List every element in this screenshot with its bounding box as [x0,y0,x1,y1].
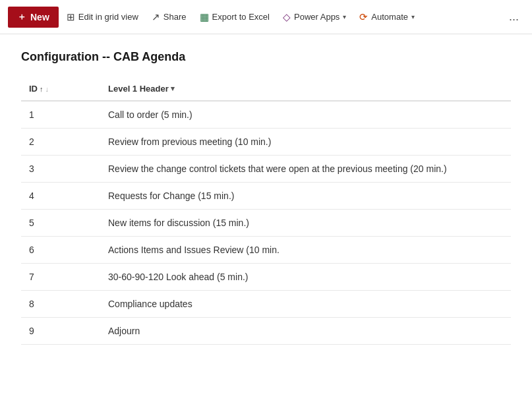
cell-id: 1 [21,101,100,129]
col-level1-header[interactable]: Level 1 Header ▾ [100,77,511,101]
table-row[interactable]: 6Actions Items and Issues Review (10 min… [21,237,511,264]
cell-level1: Call to order (5 min.) [100,101,511,129]
cell-level1: Requests for Change (15 min.) [100,183,511,210]
table-row[interactable]: 4Requests for Change (15 min.) [21,183,511,210]
cell-level1: Actions Items and Issues Review (10 min. [100,237,511,264]
table-row[interactable]: 730-60-90-120 Look ahead (5 min.) [21,264,511,291]
sort-down-icon: ↓ [45,85,49,93]
table-header-row: ID ↑ ↓ Level 1 Header ▾ [21,77,511,101]
automate-icon: ⟳ [359,11,368,23]
new-label: New [30,12,49,22]
edit-grid-button[interactable]: ⊞ Edit in grid view [61,7,144,27]
new-button[interactable]: ＋ New [8,7,59,28]
table-row[interactable]: 9Adjourn [21,318,511,345]
cell-level1: Review from previous meeting (10 min.) [100,129,511,156]
cell-level1: Adjourn [100,318,511,345]
table-row[interactable]: 2Review from previous meeting (10 min.) [21,129,511,156]
col-level1-label: Level 1 Header [108,84,169,94]
more-options-button[interactable]: ... [504,7,524,26]
share-label: Share [163,12,187,22]
table-row[interactable]: 3Review the change control tickets that … [21,156,511,183]
col-level1-filter-icon: ▾ [171,84,175,93]
power-apps-label: Power Apps [294,12,340,22]
table-row[interactable]: 5New items for discussion (15 min.) [21,210,511,237]
automate-chevron-icon: ▾ [411,13,415,20]
table-row[interactable]: 1Call to order (5 min.) [21,101,511,129]
export-excel-label: Export to Excel [212,12,270,22]
cell-id: 9 [21,318,100,345]
cell-id: 5 [21,210,100,237]
edit-grid-label: Edit in grid view [78,12,138,22]
cell-id: 3 [21,156,100,183]
grid-icon: ⊞ [67,11,75,23]
page-content: Configuration -- CAB Agenda ID ↑ ↓ Level… [0,34,532,361]
cell-id: 7 [21,264,100,291]
plus-icon: ＋ [17,11,26,23]
col-id-label: ID [29,84,38,94]
table-row[interactable]: 8Compliance updates [21,291,511,318]
sort-up-icon: ↑ [40,85,44,93]
cell-level1: Review the change control tickets that w… [100,156,511,183]
export-excel-button[interactable]: ▦ Export to Excel [194,7,275,27]
share-icon: ↗ [152,11,160,23]
cell-level1: Compliance updates [100,291,511,318]
page-title: Configuration -- CAB Agenda [21,50,511,64]
more-options-icon: ... [509,10,519,23]
share-button[interactable]: ↗ Share [146,7,192,27]
data-table: ID ↑ ↓ Level 1 Header ▾ 1Call to order (… [21,77,511,345]
cell-id: 8 [21,291,100,318]
powerapps-icon: ◇ [283,11,291,23]
cell-level1: 30-60-90-120 Look ahead (5 min.) [100,264,511,291]
cell-id: 4 [21,183,100,210]
automate-button[interactable]: ⟳ Automate ▾ [354,7,420,27]
power-apps-chevron-icon: ▾ [343,13,346,20]
power-apps-button[interactable]: ◇ Power Apps ▾ [278,7,351,27]
excel-icon: ▦ [200,11,209,23]
automate-label: Automate [371,12,408,22]
toolbar: ＋ New ⊞ Edit in grid view ↗ Share ▦ Expo… [0,0,532,34]
cell-level1: New items for discussion (15 min.) [100,210,511,237]
col-id-header[interactable]: ID ↑ ↓ [21,77,100,101]
cell-id: 6 [21,237,100,264]
cell-id: 2 [21,129,100,156]
